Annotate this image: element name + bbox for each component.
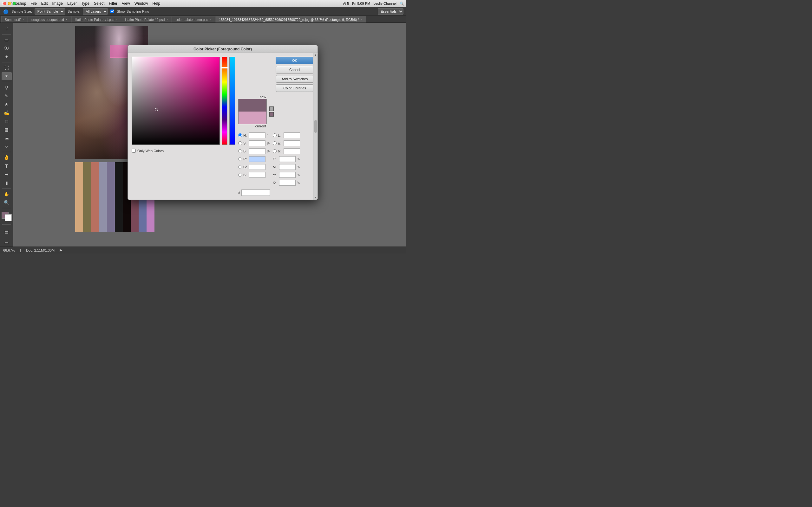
cube-icon[interactable] <box>269 107 274 111</box>
menu-edit[interactable]: Edit <box>41 1 48 6</box>
menu-view[interactable]: View <box>122 1 130 6</box>
saturation-radio[interactable] <box>238 141 242 145</box>
tab-hatim2-label: Hatim Photo Palate #2.psd <box>125 18 165 21</box>
red-input[interactable]: 134 <box>249 156 265 162</box>
lab-b-input[interactable]: -5 <box>284 148 300 154</box>
menu-file[interactable]: File <box>31 1 37 6</box>
tab-douglass[interactable]: douglass bouquet.psd × <box>28 16 71 22</box>
search-icon[interactable]: 🔍 <box>400 2 404 6</box>
lab-a-input[interactable]: 14 <box>284 140 300 146</box>
swatch-4[interactable] <box>107 162 115 232</box>
swatch-1[interactable] <box>83 162 91 232</box>
tab-summer-close[interactable]: × <box>22 18 24 21</box>
workspace-select[interactable]: Essentials <box>378 8 403 14</box>
minimize-button[interactable] <box>8 2 11 5</box>
tab-hatim1[interactable]: Hatim Photo Palate #1.psd × <box>71 16 121 22</box>
swatch-2[interactable] <box>91 162 99 232</box>
move-tool[interactable]: ⇧ <box>2 25 12 33</box>
menu-image[interactable]: Image <box>52 1 63 6</box>
scroll-down-icon[interactable]: ▼ <box>314 196 317 199</box>
cancel-button[interactable]: Cancel <box>275 66 314 73</box>
stamp-tool[interactable]: ★ <box>2 101 12 108</box>
eyedropper-tool[interactable]: 👁 <box>2 72 12 80</box>
color-field[interactable] <box>132 57 220 145</box>
tab-hatim2[interactable]: Hatim Photo Palate #2.psd × <box>121 16 171 22</box>
scroll-thumb[interactable] <box>314 120 317 133</box>
alpha-slider[interactable] <box>229 57 235 145</box>
hex-input[interactable]: 866a7b <box>241 189 270 196</box>
type-tool[interactable]: T <box>2 162 12 170</box>
quick-select-tool[interactable]: ✦ <box>2 53 12 60</box>
green-radio[interactable] <box>238 165 242 169</box>
dodge-tool[interactable]: ○ <box>2 143 12 151</box>
black-input[interactable]: 9 <box>279 180 296 186</box>
shape-tool[interactable]: ▮ <box>2 179 12 187</box>
hue-radio[interactable] <box>238 133 242 137</box>
menu-help[interactable]: Help <box>152 1 160 6</box>
cyan-input[interactable]: 49 <box>279 156 296 162</box>
swatch-3[interactable] <box>99 162 107 232</box>
tab-color-demo-close[interactable]: × <box>210 18 212 21</box>
tab-summer[interactable]: Summer.tif × <box>1 16 28 22</box>
menu-type[interactable]: Type <box>81 1 90 6</box>
green-input[interactable]: 106 <box>249 164 265 170</box>
blue-input[interactable]: 123 <box>249 172 265 178</box>
red-radio[interactable] <box>238 157 242 161</box>
history-brush-tool[interactable]: ✍ <box>2 109 12 117</box>
color-libraries-button[interactable]: Color Libraries <box>275 84 314 92</box>
lab-l-radio[interactable] <box>273 133 276 137</box>
swatch-5[interactable] <box>115 162 123 232</box>
healing-tool[interactable]: ⚲ <box>2 83 12 92</box>
blue-radio[interactable] <box>238 173 242 177</box>
sample-select[interactable]: All Layers <box>83 8 108 14</box>
menu-select[interactable]: Select <box>94 1 104 6</box>
show-sampling-ring-checkbox[interactable] <box>110 9 114 13</box>
tab-file156-close[interactable]: × <box>361 18 362 21</box>
tab-hatim1-close[interactable]: × <box>116 18 118 21</box>
color-field-wrap[interactable] <box>132 57 220 145</box>
tab-file156[interactable]: 156034_10153429687224460_685328066291650… <box>215 16 366 22</box>
blur-tool[interactable]: ☁ <box>2 134 12 142</box>
eraser-tool[interactable]: ◻ <box>2 117 12 125</box>
path-select-tool[interactable]: ⬌ <box>2 170 12 178</box>
background-color[interactable] <box>5 214 12 221</box>
lasso-tool[interactable]: ⓡ <box>2 44 12 52</box>
tab-hatim2-close[interactable]: × <box>166 18 168 21</box>
ok-button[interactable]: OK <box>275 57 314 64</box>
tab-douglass-close[interactable]: × <box>66 18 67 21</box>
only-web-colors-checkbox[interactable] <box>132 149 136 153</box>
lab-b-radio[interactable] <box>273 149 276 153</box>
scroll-up-icon[interactable]: ▲ <box>314 54 317 56</box>
magenta-input[interactable]: 60 <box>279 164 296 170</box>
pen-tool[interactable]: ✌ <box>2 154 12 162</box>
menu-filter[interactable]: Filter <box>109 1 117 6</box>
zoom-tool[interactable]: 🔍 <box>2 199 12 206</box>
black-unit: % <box>297 181 300 185</box>
swatch-icon[interactable] <box>269 112 274 117</box>
sample-size-select[interactable]: Point Sample <box>35 8 65 14</box>
saturation-input[interactable]: 21 <box>249 140 265 146</box>
brush-tool[interactable]: ✎ <box>2 92 12 100</box>
close-button[interactable] <box>3 2 6 5</box>
brightness-input[interactable]: 53 <box>249 148 265 154</box>
yellow-input[interactable]: 37 <box>279 172 296 178</box>
quick-mask-tool[interactable]: ▤ <box>2 228 12 235</box>
crop-tool[interactable]: ⛶ <box>2 64 12 72</box>
hue-slider[interactable] <box>222 57 227 145</box>
lab-a-radio[interactable] <box>273 141 276 145</box>
gradient-tool[interactable]: ▨ <box>2 125 12 133</box>
brightness-radio[interactable] <box>238 149 242 153</box>
add-to-swatches-button[interactable]: Add to Swatches <box>275 75 314 83</box>
right-panel: OK Cancel Add to Swatches Color Librarie… <box>238 57 314 196</box>
expand-arrow[interactable]: ▶ <box>60 248 62 252</box>
lab-l-input[interactable]: 48 <box>284 132 300 138</box>
menu-window[interactable]: Window <box>135 1 148 6</box>
maximize-button[interactable] <box>13 2 16 5</box>
tab-color-demo[interactable]: color palate demo.psd × <box>172 16 215 22</box>
screen-mode[interactable]: ▭ <box>2 239 12 247</box>
marquee-tool[interactable]: ▭ <box>2 36 12 44</box>
hue-input[interactable]: 323 <box>249 132 265 138</box>
hand-tool[interactable]: ✋ <box>2 190 12 198</box>
menu-layer[interactable]: Layer <box>67 1 77 6</box>
swatch-0[interactable] <box>75 162 83 232</box>
